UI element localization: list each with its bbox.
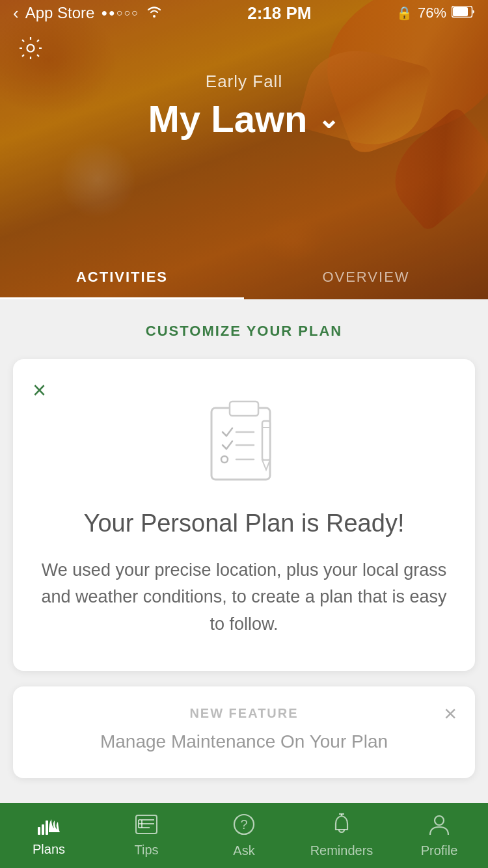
new-feature-close[interactable]: ×	[444, 701, 457, 726]
personal-plan-title: Your Personal Plan is Ready!	[39, 509, 449, 539]
bottom-nav: Plans Tips ? Ask	[0, 803, 488, 868]
status-right: 🔒 76%	[396, 5, 475, 21]
personal-plan-body: We used your precise location, plus your…	[39, 557, 449, 639]
new-feature-title: Manage Maintenance On Your Plan	[39, 731, 449, 752]
profile-icon	[428, 813, 450, 839]
battery-percent: 76%	[418, 5, 446, 21]
back-arrow[interactable]: ‹	[13, 3, 19, 23]
new-feature-card: × NEW FEATURE Manage Maintenance On Your…	[13, 686, 475, 778]
signal-bars: ●●○○○	[101, 7, 139, 19]
tab-overview[interactable]: OVERVIEW	[244, 257, 488, 299]
nav-label-tips: Tips	[134, 843, 158, 858]
svg-rect-1	[453, 7, 468, 16]
svg-rect-12	[38, 827, 40, 835]
svg-point-24	[435, 816, 444, 825]
nav-item-reminders[interactable]: Reminders	[293, 813, 390, 858]
nav-label-plans: Plans	[33, 842, 65, 857]
nav-item-profile[interactable]: Profile	[390, 813, 488, 858]
carrier-label: App Store	[25, 4, 95, 22]
nav-item-tips[interactable]: Tips	[98, 813, 195, 858]
ask-icon: ?	[232, 813, 256, 839]
settings-icon[interactable]	[18, 36, 43, 66]
tab-activities[interactable]: ACTIVITIES	[0, 257, 244, 299]
svg-rect-13	[42, 824, 44, 835]
lawn-title: My Lawn ⌄	[148, 97, 340, 141]
nav-item-ask[interactable]: ? Ask	[195, 813, 293, 858]
hero-tabs: ACTIVITIES OVERVIEW	[0, 257, 488, 299]
plans-icon	[36, 814, 61, 838]
svg-rect-14	[46, 821, 48, 835]
season-label: Early Fall	[206, 72, 282, 92]
personal-plan-close[interactable]: ×	[33, 379, 46, 402]
wifi-icon	[146, 4, 163, 22]
customize-section: CUSTOMIZE YOUR PLAN	[0, 299, 488, 359]
lawn-dropdown-icon[interactable]: ⌄	[318, 104, 340, 134]
customize-label: CUSTOMIZE YOUR PLAN	[146, 323, 342, 339]
hero-section: Early Fall My Lawn ⌄ ACTIVITIES OVERVIEW	[0, 0, 488, 299]
lock-icon: 🔒	[396, 5, 413, 21]
time-display: 2:18 PM	[247, 3, 311, 23]
main-content: CUSTOMIZE YOUR PLAN ×	[0, 299, 488, 868]
nav-label-profile: Profile	[421, 843, 458, 858]
clipboard-icon	[39, 385, 449, 489]
reminders-icon	[331, 813, 353, 839]
nav-label-ask: Ask	[233, 843, 254, 858]
status-left: ‹ App Store ●●○○○	[13, 3, 163, 23]
status-bar: ‹ App Store ●●○○○ 2:18 PM 🔒 76%	[0, 0, 488, 26]
personal-plan-card: × Your Personal Plan is Read	[13, 359, 475, 671]
battery-icon	[452, 5, 475, 21]
tips-icon	[134, 813, 159, 839]
svg-text:?: ?	[240, 817, 247, 832]
nav-label-reminders: Reminders	[310, 843, 373, 858]
new-feature-label: NEW FEATURE	[39, 706, 449, 721]
nav-item-plans[interactable]: Plans	[0, 814, 98, 857]
svg-point-2	[27, 45, 34, 52]
svg-rect-3	[211, 408, 270, 480]
svg-rect-4	[230, 401, 258, 416]
